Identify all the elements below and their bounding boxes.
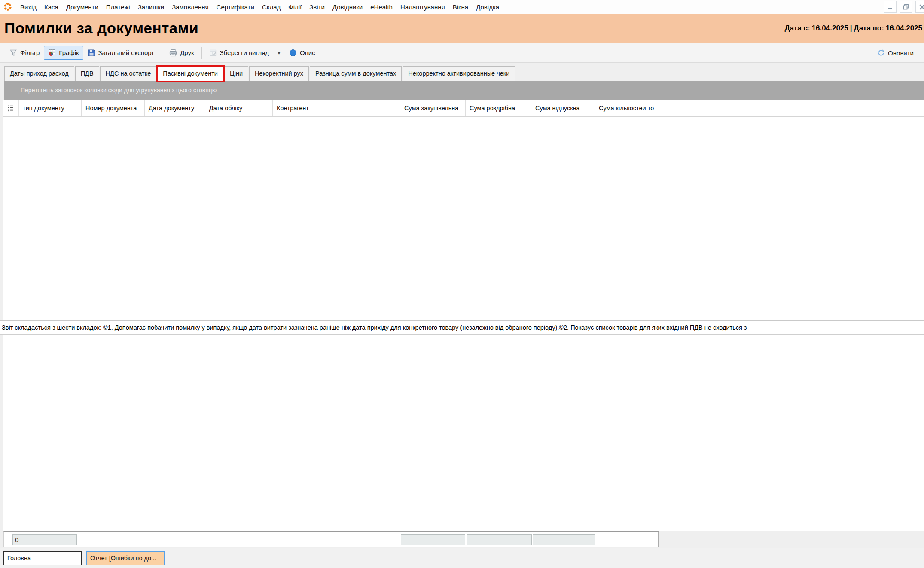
close-button[interactable] (915, 1, 924, 13)
menu-item[interactable]: Довідники (329, 2, 366, 12)
save-view-label: Зберегти вигляд (220, 49, 269, 56)
date-from-label: Дата с: (784, 24, 811, 32)
date-to-label: Дата по: (853, 24, 885, 32)
info-icon (289, 49, 297, 57)
chart-icon (48, 49, 56, 57)
column-header[interactable]: Сума роздрібна (466, 100, 531, 116)
save-view-icon (209, 49, 217, 57)
report-tab[interactable]: Некорректно активированные чеки (403, 66, 515, 81)
print-button[interactable]: Друк (165, 46, 198, 60)
page-header: Помилки за документами Дата с:16.04.2025… (0, 14, 924, 43)
menu-item[interactable]: Документи (62, 2, 102, 12)
report-tab[interactable]: Некоректний рух (249, 66, 309, 81)
toolbar-separator (162, 47, 162, 59)
footer-sum-release-cell (533, 534, 595, 545)
date-range: Дата с:16.04.2025|Дата по:16.04.2025 (784, 24, 923, 33)
save-view-dropdown-caret[interactable]: ▼ (273, 50, 285, 55)
menu-bar: ВихідКасаДокументиПлатежіЗалишкиЗамовлен… (0, 0, 924, 14)
filter-label: Фільтр (20, 49, 40, 56)
footer-sum-retail-cell (467, 534, 532, 545)
description-button[interactable]: Опис (285, 46, 320, 60)
report-tab[interactable]: Ціни (224, 66, 248, 81)
report-tab[interactable]: Разница сумм в документах (310, 66, 402, 81)
filter-button[interactable]: Фільтр (5, 46, 44, 60)
report-tab[interactable]: Пасивні документи (157, 66, 223, 81)
column-header[interactable]: тип документу (19, 100, 82, 116)
column-header[interactable]: Дата обліку (205, 100, 273, 116)
refresh-label: Оновити (888, 49, 914, 57)
column-header[interactable]: Номер документа (82, 100, 145, 116)
footer-sum-purchase-cell (401, 534, 465, 545)
menu-item[interactable]: Вихід (16, 2, 40, 12)
filter-icon (9, 49, 17, 57)
print-label: Друк (180, 49, 194, 56)
menu-item[interactable]: Склад (258, 2, 284, 12)
column-header[interactable]: Сума кількостей то (595, 100, 659, 116)
date-separator: | (849, 24, 853, 32)
row-indicator-cell (3, 100, 19, 116)
column-header[interactable]: Контрагент (273, 100, 400, 116)
menu-items: ВихідКасаДокументиПлатежіЗалишкиЗамовлен… (16, 2, 503, 12)
refresh-button[interactable]: Оновити (873, 46, 918, 60)
menu-item[interactable]: Філії (284, 2, 305, 12)
grid-footer: 0 (3, 531, 659, 547)
date-to-value: 16.04.2025 (885, 24, 923, 32)
report-tab[interactable]: ПДВ (75, 66, 99, 81)
grid-body (3, 117, 924, 320)
minimize-icon (887, 4, 893, 10)
app-logo-icon (3, 3, 12, 11)
lower-panel (3, 335, 924, 531)
refresh-icon (877, 49, 885, 57)
column-header[interactable]: Дата документу (145, 100, 205, 116)
group-by-hint: Перетягніть заголовок колонки сюди для у… (4, 87, 217, 94)
minimize-button[interactable] (884, 1, 897, 13)
menu-item[interactable]: Вікна (449, 2, 473, 12)
menu-item[interactable]: Платежі (102, 2, 134, 12)
group-by-bar[interactable]: Перетягніть заголовок колонки сюди для у… (4, 81, 924, 100)
menu-item[interactable]: Сертифікати (213, 2, 258, 12)
save-view-button[interactable]: Зберегти вигляд (205, 46, 274, 60)
report-description-text: Звіт складається з шести вкладок: ©1. До… (0, 324, 747, 331)
print-icon (169, 49, 177, 57)
toolbar: Фільтр Графік Загальний експорт Друк (0, 43, 924, 63)
export-save-icon (88, 49, 95, 57)
row-indicator-icon (8, 105, 14, 112)
taskbar-tab[interactable]: Головна (3, 551, 82, 565)
report-tab[interactable]: НДС на остатке (100, 66, 157, 81)
menu-item[interactable]: Залишки (134, 2, 168, 12)
bottom-taskbar: ГоловнаОтчет [Ошибки по до .. (0, 548, 924, 568)
chart-button[interactable]: Графік (44, 46, 83, 60)
column-header[interactable]: Сума відпускна (531, 100, 595, 116)
menu-item[interactable]: Замовлення (168, 2, 212, 12)
report-tab[interactable]: Даты приход расход (4, 66, 74, 81)
grid-column-headers: тип документуНомер документаДата докумен… (3, 100, 924, 117)
toolbar-separator (201, 47, 202, 59)
description-label: Опис (300, 49, 315, 56)
restore-button[interactable] (900, 1, 912, 13)
date-from-value: 16.04.2025 (811, 24, 849, 32)
taskbar-tab[interactable]: Отчет [Ошибки по до .. (86, 551, 165, 565)
menu-item[interactable]: Звіти (305, 2, 329, 12)
page-title: Помилки за документами (0, 20, 198, 37)
restore-icon (903, 4, 909, 10)
close-icon (919, 4, 924, 10)
menu-item[interactable]: Каса (40, 2, 62, 12)
footer-count-cell: 0 (12, 534, 77, 545)
chart-label: Графік (59, 49, 79, 56)
export-button[interactable]: Загальний експорт (83, 46, 159, 60)
report-tabs: Даты приход расходПДВНДС на остаткеПасив… (0, 63, 924, 81)
export-label: Загальний експорт (98, 49, 155, 56)
window-controls (884, 1, 924, 13)
column-header[interactable]: Сума закупівельна (400, 100, 466, 116)
report-description-bar: Звіт складається з шести вкладок: ©1. До… (0, 320, 924, 335)
menu-item[interactable]: Довідка (472, 2, 503, 12)
menu-item[interactable]: eHealth (366, 2, 396, 12)
menu-item[interactable]: Налаштування (396, 2, 449, 12)
